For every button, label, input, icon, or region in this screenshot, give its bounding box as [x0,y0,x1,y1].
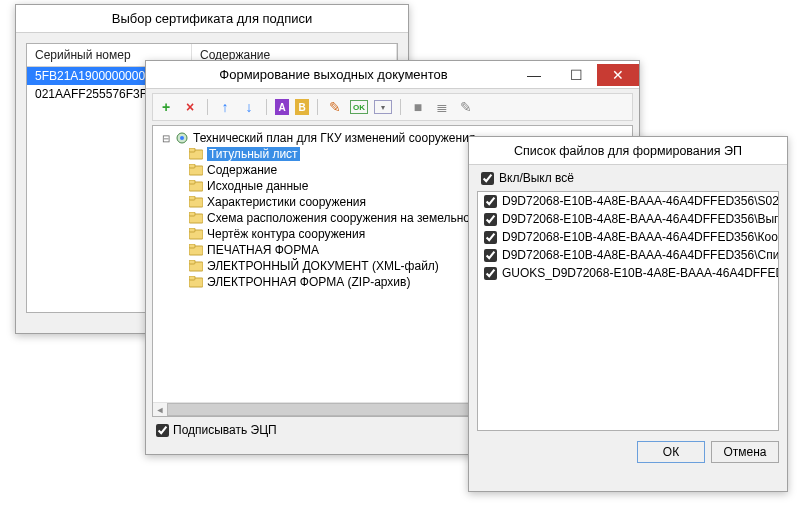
tree-node-label: Характеристики сооружения [207,195,366,209]
toggle-all-checkbox[interactable] [481,172,494,185]
list-item[interactable]: D9D72068-E10B-4A8E-BAAA-46A4DFFED356\Спи… [478,246,778,264]
move-down-icon[interactable]: ↓ [240,97,258,117]
file-name: D9D72068-E10B-4A8E-BAAA-46A4DFFED356\Вып… [502,212,779,226]
file-checkbox[interactable] [484,267,497,280]
folder-icon [188,163,204,177]
svg-rect-15 [189,244,195,248]
window-title: Список файлов для формирования ЭП [477,144,779,158]
file-checkbox[interactable] [484,195,497,208]
tree-root-label: Технический план для ГКУ изменений соору… [193,131,475,145]
tree-node-label: ЭЛЕКТРОННЫЙ ДОКУМЕНТ (XML-файл) [207,259,439,273]
svg-rect-7 [189,180,195,184]
file-checkbox[interactable] [484,213,497,226]
collapse-icon[interactable]: ⊟ [159,133,173,144]
list-item[interactable]: D9D72068-E10B-4A8E-BAAA-46A4DFFED356\Коо… [478,228,778,246]
file-name: GUOKS_D9D72068-E10B-4A8E-BAAA-46A4DFFED3… [502,266,779,280]
tree-node-label: Чертёж контура сооружения [207,227,365,241]
folder-icon [188,147,204,161]
separator [400,99,401,115]
maximize-button[interactable]: ☐ [555,64,597,86]
folder-icon [188,227,204,241]
root-icon [174,131,190,145]
separator [266,99,267,115]
edit-icon[interactable]: ✎ [326,97,344,117]
move-up-icon[interactable]: ↑ [216,97,234,117]
svg-point-1 [180,136,184,140]
ok-icon[interactable]: OK [350,100,368,114]
close-button[interactable]: ✕ [597,64,639,86]
separator [207,99,208,115]
list-item[interactable]: GUOKS_D9D72068-E10B-4A8E-BAAA-46A4DFFED3… [478,264,778,282]
folder-icon [188,275,204,289]
toolbar: + × ↑ ↓ A B ✎ OK ▾ ■ ≣ ✎ [152,93,633,121]
file-checkbox[interactable] [484,231,497,244]
titlebar: Список файлов для формирования ЭП [469,137,787,165]
tree-node-label: Титульный лист [207,147,300,161]
window-title: Выбор сертификата для подписи [24,11,400,26]
separator [317,99,318,115]
file-list[interactable]: D9D72068-E10B-4A8E-BAAA-46A4DFFED356\S02… [477,191,779,431]
svg-rect-19 [189,276,195,280]
minimize-button[interactable]: — [513,64,555,86]
file-checkbox[interactable] [484,249,497,262]
titlebar: Выбор сертификата для подписи [16,5,408,33]
file-name: D9D72068-E10B-4A8E-BAAA-46A4DFFED356\Коо… [502,230,779,244]
toggle-all-row: Вкл/Выкл всё [481,171,779,185]
folder-icon [188,179,204,193]
stop-icon[interactable]: ■ [409,97,427,117]
list-icon[interactable]: ≣ [433,97,451,117]
folder-icon [188,195,204,209]
titlebar: Формирование выходных документов — ☐ ✕ [146,61,639,89]
file-list-window: Список файлов для формирования ЭП Вкл/Вы… [468,136,788,492]
svg-rect-17 [189,260,195,264]
scroll-left-icon[interactable]: ◄ [153,403,167,416]
svg-rect-3 [189,148,195,152]
folder-icon [188,211,204,225]
tool-b-icon[interactable]: B [295,99,309,115]
svg-rect-11 [189,212,195,216]
ok-button[interactable]: ОК [637,441,705,463]
list-item[interactable]: D9D72068-E10B-4A8E-BAAA-46A4DFFED356\S02… [478,192,778,210]
sign-checkbox-label[interactable]: Подписывать ЭЦП [173,423,277,437]
tree-node-label: Исходные данные [207,179,308,193]
tree-node-label: ЭЛЕКТРОННАЯ ФОРМА (ZIP-архив) [207,275,410,289]
cancel-button[interactable]: Отмена [711,441,779,463]
add-icon[interactable]: + [157,97,175,117]
folder-icon [188,243,204,257]
tool-a-icon[interactable]: A [275,99,289,115]
dropdown-icon[interactable]: ▾ [374,100,392,114]
delete-icon[interactable]: × [181,97,199,117]
svg-rect-13 [189,228,195,232]
tree-node-label: Содержание [207,163,277,177]
window-title: Формирование выходных документов [154,67,513,82]
dialog-buttons: ОК Отмена [469,435,787,469]
svg-rect-9 [189,196,195,200]
list-item[interactable]: D9D72068-E10B-4A8E-BAAA-46A4DFFED356\Вып… [478,210,778,228]
file-name: D9D72068-E10B-4A8E-BAAA-46A4DFFED356\S02… [502,194,779,208]
tree-node-label: ПЕЧАТНАЯ ФОРМА [207,243,319,257]
folder-icon [188,259,204,273]
pencil-icon[interactable]: ✎ [457,97,475,117]
window-controls: — ☐ ✕ [513,64,639,86]
file-name: D9D72068-E10B-4A8E-BAAA-46A4DFFED356\Спи… [502,248,779,262]
svg-rect-5 [189,164,195,168]
toggle-all-label[interactable]: Вкл/Выкл всё [499,171,574,185]
sign-checkbox[interactable] [156,424,169,437]
